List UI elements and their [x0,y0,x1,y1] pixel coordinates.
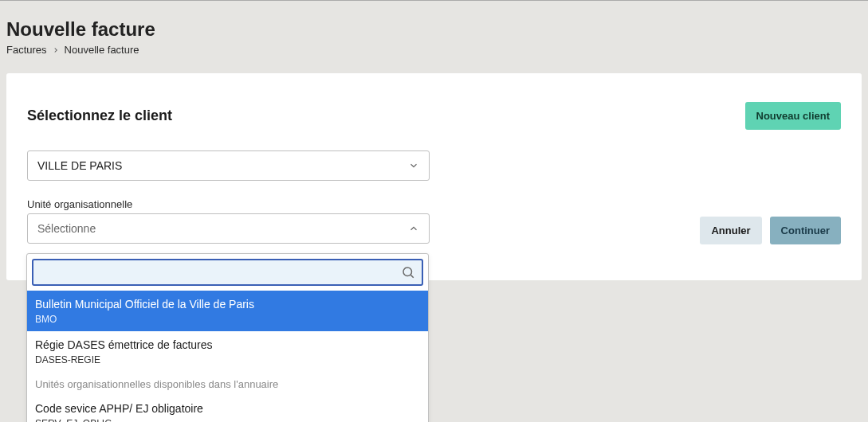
dropdown-option-secondary: DASES-REGIE [35,354,420,365]
org-unit-label: Unité organisationnelle [27,198,430,210]
org-unit-placeholder: Sélectionne [37,222,96,235]
client-select-value: VILLE DE PARIS [37,159,122,172]
chevron-down-icon [408,160,419,171]
chevron-right-icon [52,46,60,54]
new-client-button[interactable]: Nouveau client [745,102,841,130]
org-unit-select[interactable]: Sélectionne [27,213,430,244]
dropdown-group-header: Unités organisationnelles disponibles da… [27,372,428,395]
dropdown-option-primary: Code sevice APHP/ EJ obligatoire [35,401,420,416]
svg-point-0 [403,268,412,276]
page-title: Nouvelle facture [6,18,862,41]
form-card: Sélectionnez le client Nouveau client VI… [6,73,862,280]
dropdown-option-primary: Régie DASES émettrice de factures [35,338,420,353]
dropdown-option-secondary: SERV_EJ_OBLIG [35,418,420,422]
dropdown-option[interactable]: Bulletin Municipal Officiel de la Ville … [27,291,428,331]
org-unit-dropdown: Bulletin Municipal Officiel de la Ville … [26,253,429,422]
continue-button[interactable]: Continuer [770,217,841,244]
dropdown-list: Bulletin Municipal Officiel de la Ville … [27,291,428,422]
search-icon [401,265,415,279]
breadcrumb-root[interactable]: Factures [6,44,47,56]
dropdown-option[interactable]: Code sevice APHP/ EJ obligatoire SERV_EJ… [27,395,428,422]
client-select[interactable]: VILLE DE PARIS [27,150,430,181]
dropdown-search-input[interactable] [40,265,401,279]
breadcrumb-current: Nouvelle facture [65,44,139,56]
dropdown-search-wrap [32,259,423,286]
dropdown-option-primary: Bulletin Municipal Officiel de la Ville … [35,297,420,312]
chevron-up-icon [408,223,419,234]
section-title: Sélectionnez le client [27,107,172,124]
dropdown-option[interactable]: Régie DASES émettrice de factures DASES-… [27,331,428,372]
cancel-button[interactable]: Annuler [700,217,761,244]
svg-line-1 [410,275,413,277]
breadcrumb: Factures Nouvelle facture [6,44,862,56]
dropdown-option-secondary: BMO [35,314,420,325]
